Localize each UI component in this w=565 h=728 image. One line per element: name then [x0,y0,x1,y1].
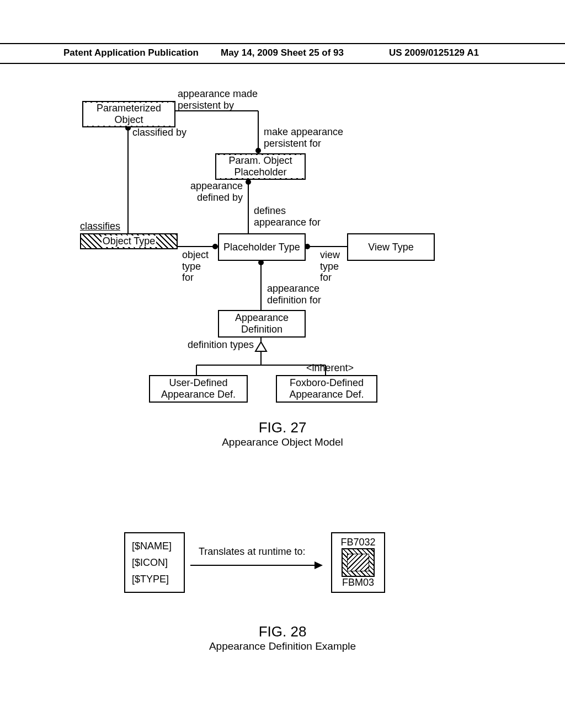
label-classifies: classifies [80,221,120,232]
fig28-caption: FIG. 28 Appearance Definition Example [0,623,565,652]
svg-point-6 [246,179,251,185]
template-type: [$TYPE] [132,574,169,585]
box-result: FB7032 FBM03 [331,532,385,593]
result-name: FB7032 [340,537,375,548]
label-make-appearance-persistent-for: make appearance persistent for [264,126,343,149]
box-placeholder-type: Placeholder Type [218,233,306,261]
label-appearance-definition-for: appearance definition for [267,283,321,306]
template-icon: [$ICON] [132,557,168,569]
label-object-type-for: object type for [182,249,209,283]
label-translates-at-runtime: Translates at runtime to: [199,546,305,558]
result-icon [342,548,375,577]
fig28-title: FIG. 28 [0,623,565,640]
box-view-type: View Type [347,233,435,261]
label-inherent: <inherent> [306,362,354,374]
fig28-arrow [190,557,323,574]
box-parameterized-object: Parameterized Object [82,101,175,127]
fig27-subtitle: Appearance Object Model [0,436,565,448]
result-type: FBM03 [342,577,374,588]
box-param-object-placeholder: Param. Object Placeholder [215,153,306,180]
svg-point-2 [255,148,261,153]
box-object-type: Object Type [80,233,178,249]
box-appearance-definition: Appearance Definition [218,310,306,338]
label-view-type-for: view type for [320,249,340,283]
label-classified-by: classified by [132,127,186,138]
fig27-caption: FIG. 27 Appearance Object Model [0,419,565,448]
box-template: [$NAME] [$ICON] [$TYPE] [124,532,185,593]
label-definition-types: definition types [188,339,254,351]
fig27-title: FIG. 27 [0,419,565,436]
label-defines-appearance-for: defines appearance for [254,205,321,228]
label-appearance-defined-by: appearance defined by [190,180,243,203]
label-appearance-made-persistent-by: appearance made persistent by [178,88,258,111]
svg-point-8 [212,244,218,249]
svg-marker-19 [315,561,323,569]
svg-marker-14 [255,342,266,351]
fig28-subtitle: Appearance Definition Example [0,640,565,652]
box-foxboro-defined-appearance-def: Foxboro-Defined Appearance Def. [276,375,377,403]
box-user-defined-appearance-def: User-Defined Appearance Def. [149,375,248,403]
template-name: [$NAME] [132,540,172,552]
